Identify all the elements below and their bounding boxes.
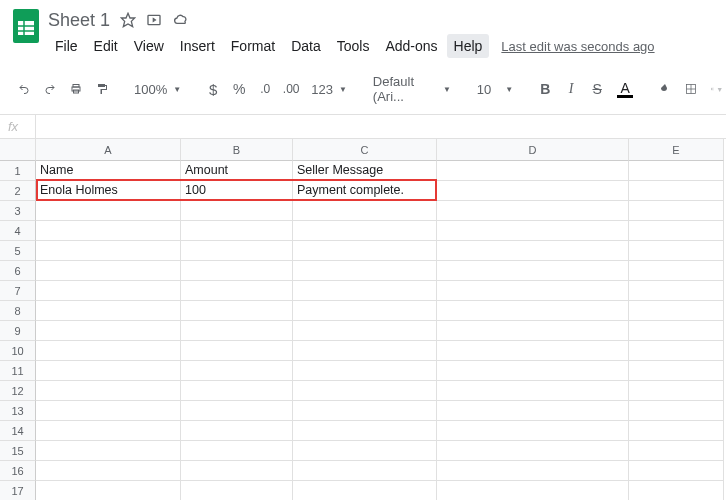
col-header-C[interactable]: C: [293, 139, 437, 161]
col-header-D[interactable]: D: [437, 139, 629, 161]
cell-C4[interactable]: [293, 221, 437, 241]
cell-A10[interactable]: [36, 341, 181, 361]
cell-B6[interactable]: [181, 261, 293, 281]
row-header-7[interactable]: 7: [0, 281, 36, 301]
cell-E4[interactable]: [629, 221, 724, 241]
row-header-17[interactable]: 17: [0, 481, 36, 500]
row-header-15[interactable]: 15: [0, 441, 36, 461]
cell-C7[interactable]: [293, 281, 437, 301]
cell-E3[interactable]: [629, 201, 724, 221]
row-header-8[interactable]: 8: [0, 301, 36, 321]
cell-C5[interactable]: [293, 241, 437, 261]
cell-C8[interactable]: [293, 301, 437, 321]
cell-C9[interactable]: [293, 321, 437, 341]
cell-A5[interactable]: [36, 241, 181, 261]
cell-E5[interactable]: [629, 241, 724, 261]
cell-D11[interactable]: [437, 361, 629, 381]
italic-button[interactable]: I: [559, 76, 583, 102]
text-color-button[interactable]: A: [611, 79, 639, 100]
menu-tools[interactable]: Tools: [330, 34, 377, 58]
last-edit-link[interactable]: Last edit was seconds ago: [501, 39, 654, 54]
increase-decimal-button[interactable]: .00: [279, 76, 303, 102]
cell-A7[interactable]: [36, 281, 181, 301]
row-header-10[interactable]: 10: [0, 341, 36, 361]
cell-A16[interactable]: [36, 461, 181, 481]
cell-D12[interactable]: [437, 381, 629, 401]
cell-B11[interactable]: [181, 361, 293, 381]
menu-file[interactable]: File: [48, 34, 85, 58]
cell-A6[interactable]: [36, 261, 181, 281]
col-header-A[interactable]: A: [36, 139, 181, 161]
zoom-dropdown[interactable]: 100%▼: [128, 78, 187, 101]
undo-button[interactable]: [12, 76, 36, 102]
cell-A13[interactable]: [36, 401, 181, 421]
cell-B17[interactable]: [181, 481, 293, 500]
menu-edit[interactable]: Edit: [87, 34, 125, 58]
move-icon[interactable]: [146, 12, 162, 28]
cell-B3[interactable]: [181, 201, 293, 221]
cell-E1[interactable]: [629, 161, 724, 181]
row-header-14[interactable]: 14: [0, 421, 36, 441]
cell-B16[interactable]: [181, 461, 293, 481]
currency-button[interactable]: $: [201, 76, 225, 102]
menu-format[interactable]: Format: [224, 34, 282, 58]
strikethrough-button[interactable]: S: [585, 76, 609, 102]
cell-E8[interactable]: [629, 301, 724, 321]
cell-B13[interactable]: [181, 401, 293, 421]
font-dropdown[interactable]: Default (Ari...▼: [367, 70, 457, 108]
row-header-9[interactable]: 9: [0, 321, 36, 341]
cell-E16[interactable]: [629, 461, 724, 481]
redo-button[interactable]: [38, 76, 62, 102]
row-header-13[interactable]: 13: [0, 401, 36, 421]
cell-C13[interactable]: [293, 401, 437, 421]
menu-addons[interactable]: Add-ons: [378, 34, 444, 58]
cell-B15[interactable]: [181, 441, 293, 461]
cell-E7[interactable]: [629, 281, 724, 301]
cell-E15[interactable]: [629, 441, 724, 461]
cell-D1[interactable]: [437, 161, 629, 181]
cell-E11[interactable]: [629, 361, 724, 381]
cell-D4[interactable]: [437, 221, 629, 241]
cell-A11[interactable]: [36, 361, 181, 381]
select-all-corner[interactable]: [0, 139, 36, 161]
cell-A15[interactable]: [36, 441, 181, 461]
cell-C17[interactable]: [293, 481, 437, 500]
cloud-icon[interactable]: [172, 12, 190, 28]
cell-E9[interactable]: [629, 321, 724, 341]
cell-C2[interactable]: Payment complete.: [293, 181, 437, 201]
cell-D5[interactable]: [437, 241, 629, 261]
decrease-decimal-button[interactable]: .0: [253, 76, 277, 102]
cell-D16[interactable]: [437, 461, 629, 481]
row-header-1[interactable]: 1: [0, 161, 36, 181]
cell-B12[interactable]: [181, 381, 293, 401]
sheets-logo[interactable]: [12, 8, 40, 44]
cell-D9[interactable]: [437, 321, 629, 341]
menu-help[interactable]: Help: [447, 34, 490, 58]
col-header-B[interactable]: B: [181, 139, 293, 161]
more-formats-dropdown[interactable]: 123▼: [305, 78, 353, 101]
cell-A3[interactable]: [36, 201, 181, 221]
cell-A9[interactable]: [36, 321, 181, 341]
document-title[interactable]: Sheet 1: [48, 10, 110, 31]
print-button[interactable]: [64, 76, 88, 102]
cell-E2[interactable]: [629, 181, 724, 201]
row-header-16[interactable]: 16: [0, 461, 36, 481]
cell-D15[interactable]: [437, 441, 629, 461]
cell-E17[interactable]: [629, 481, 724, 500]
row-header-5[interactable]: 5: [0, 241, 36, 261]
cell-A14[interactable]: [36, 421, 181, 441]
cell-E10[interactable]: [629, 341, 724, 361]
cell-D3[interactable]: [437, 201, 629, 221]
cell-B2[interactable]: 100: [181, 181, 293, 201]
cell-C10[interactable]: [293, 341, 437, 361]
cell-C6[interactable]: [293, 261, 437, 281]
menu-view[interactable]: View: [127, 34, 171, 58]
cell-B7[interactable]: [181, 281, 293, 301]
font-size-dropdown[interactable]: 10▼: [471, 78, 519, 101]
cell-B14[interactable]: [181, 421, 293, 441]
cell-C11[interactable]: [293, 361, 437, 381]
row-header-6[interactable]: 6: [0, 261, 36, 281]
cell-D17[interactable]: [437, 481, 629, 500]
merge-cells-button[interactable]: ▼: [705, 76, 726, 102]
cell-C14[interactable]: [293, 421, 437, 441]
